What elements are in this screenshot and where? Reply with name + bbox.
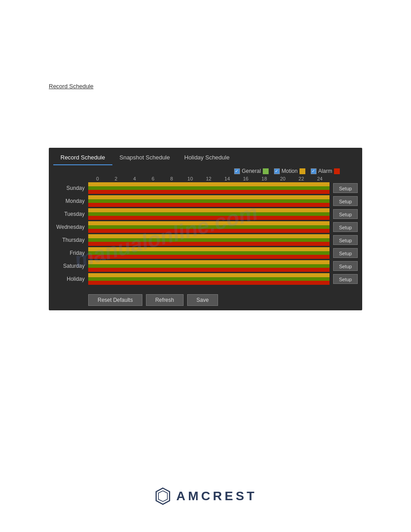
legend-general: ✓ General	[234, 168, 269, 174]
hour-18: 18	[255, 176, 274, 181]
svg-marker-1	[158, 491, 167, 502]
day-label-tuesday: Tuesday	[53, 211, 88, 217]
tab-holiday-schedule[interactable]: Holiday Schedule	[177, 151, 237, 165]
schedule-bar-holiday[interactable]	[88, 273, 330, 285]
hour-16: 16	[236, 176, 255, 181]
schedule-bar-sunday[interactable]	[88, 182, 330, 194]
day-label-sunday: Sunday	[53, 185, 88, 191]
day-label-monday: Monday	[53, 198, 88, 204]
day-label-saturday: Saturday	[53, 263, 88, 269]
day-label-friday: Friday	[53, 250, 88, 256]
hour-10: 10	[181, 176, 199, 181]
alarm-checkbox[interactable]: ✓	[311, 168, 317, 174]
schedule-bar-monday[interactable]	[88, 195, 330, 207]
schedule-bar-tuesday[interactable]	[88, 208, 330, 220]
main-panel: Record Schedule Snapshot Schedule Holida…	[49, 148, 362, 310]
hour-8: 8	[163, 176, 181, 181]
motion-label: Motion	[282, 168, 298, 174]
bottom-buttons: Reset Defaults Refresh Save	[49, 291, 362, 310]
tabs-row: Record Schedule Snapshot Schedule Holida…	[49, 148, 362, 165]
setup-button-tuesday[interactable]: Setup	[333, 209, 358, 219]
legend-row: ✓ General ✓ Motion ✓ Alarm	[49, 165, 362, 176]
logo-area: AMCREST	[154, 487, 257, 505]
day-row-sunday: SundaySetup	[53, 182, 358, 194]
legend-motion: ✓ Motion	[274, 168, 305, 174]
refresh-button[interactable]: Refresh	[146, 294, 184, 306]
schedule-bar-saturday[interactable]	[88, 260, 330, 272]
tab-snapshot-schedule[interactable]: Snapshot Schedule	[112, 151, 177, 165]
hour-22: 22	[292, 176, 310, 181]
day-rows: SundaySetupMondaySetupTuesdaySetupWednes…	[53, 182, 358, 285]
schedule-bar-thursday[interactable]	[88, 234, 330, 246]
hour-0: 0	[88, 176, 107, 181]
day-row-monday: MondaySetup	[53, 195, 358, 207]
setup-button-monday[interactable]: Setup	[333, 196, 358, 206]
hour-labels: 0 2 4 6 8 10 12 14 16 18 20 22 24	[88, 176, 329, 181]
day-label-wednesday: Wednesday	[53, 224, 88, 230]
hour-12: 12	[199, 176, 218, 181]
day-row-saturday: SaturdaySetup	[53, 260, 358, 272]
general-checkbox[interactable]: ✓	[234, 168, 240, 174]
link-text: Record Schedule	[49, 83, 94, 90]
save-button[interactable]: Save	[187, 294, 218, 306]
day-row-tuesday: TuesdaySetup	[53, 208, 358, 220]
hour-20: 20	[274, 176, 292, 181]
general-color	[263, 168, 269, 174]
day-row-wednesday: WednesdaySetup	[53, 221, 358, 233]
setup-button-holiday[interactable]: Setup	[333, 274, 358, 284]
alarm-color	[334, 168, 340, 174]
legend-alarm: ✓ Alarm	[311, 168, 340, 174]
hour-2: 2	[107, 176, 125, 181]
day-row-thursday: ThursdaySetup	[53, 234, 358, 246]
hour-14: 14	[218, 176, 236, 181]
setup-button-wednesday[interactable]: Setup	[333, 222, 358, 232]
hour-6: 6	[144, 176, 162, 181]
setup-button-friday[interactable]: Setup	[333, 248, 358, 258]
amcrest-logo-icon	[154, 487, 172, 505]
hour-24: 24	[311, 176, 329, 181]
day-row-holiday: HolidaySetup	[53, 273, 358, 285]
day-row-friday: FridaySetup	[53, 247, 358, 259]
setup-button-sunday[interactable]: Setup	[333, 183, 358, 193]
alarm-label: Alarm	[318, 168, 332, 174]
schedule-bar-friday[interactable]	[88, 247, 330, 259]
reset-defaults-button[interactable]: Reset Defaults	[88, 294, 142, 306]
setup-button-thursday[interactable]: Setup	[333, 235, 358, 245]
schedule-bar-wednesday[interactable]	[88, 221, 330, 233]
day-label-holiday: Holiday	[53, 276, 88, 282]
motion-checkbox[interactable]: ✓	[274, 168, 280, 174]
schedule-area: 0 2 4 6 8 10 12 14 16 18 20 22 24 Sunday…	[49, 176, 362, 291]
hour-4: 4	[125, 176, 144, 181]
logo-text: AMCREST	[176, 489, 257, 503]
tab-record-schedule[interactable]: Record Schedule	[53, 151, 112, 165]
record-schedule-link[interactable]: Record Schedule	[49, 83, 94, 90]
general-label: General	[242, 168, 261, 174]
setup-button-saturday[interactable]: Setup	[333, 261, 358, 271]
day-label-thursday: Thursday	[53, 237, 88, 243]
motion-color	[300, 168, 305, 174]
